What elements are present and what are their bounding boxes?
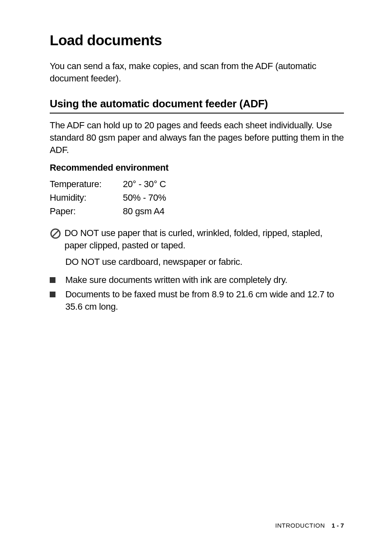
- table-row: Humidity: 50% - 70%: [50, 191, 344, 204]
- table-row: Temperature: 20° - 30° C: [50, 177, 344, 191]
- footer-page-number: 1 - 7: [332, 522, 344, 529]
- caution-text-2: DO NOT use cardboard, newspaper or fabri…: [65, 256, 344, 268]
- env-label-paper: Paper:: [50, 204, 123, 218]
- env-label-humidity: Humidity:: [50, 191, 123, 204]
- bullet-icon: [50, 277, 55, 283]
- bullet-text: Make sure documents written with ink are…: [65, 274, 344, 286]
- footer-section-label: INTRODUCTION: [275, 522, 325, 529]
- environment-table: Temperature: 20° - 30° C Humidity: 50% -…: [50, 177, 344, 218]
- list-item: Make sure documents written with ink are…: [50, 274, 344, 286]
- subsection-heading: Recommended environment: [50, 162, 344, 173]
- bullet-list: Make sure documents written with ink are…: [50, 274, 344, 313]
- section-paragraph: The ADF can hold up to 20 pages and feed…: [50, 119, 344, 156]
- bullet-icon: [50, 292, 55, 297]
- svg-line-1: [53, 231, 59, 237]
- page-footer: INTRODUCTION 1 - 7: [275, 522, 344, 529]
- intro-paragraph: You can send a fax, make copies, and sca…: [50, 60, 344, 84]
- env-label-temperature: Temperature:: [50, 177, 123, 191]
- caution-text-1: DO NOT use paper that is curled, wrinkle…: [65, 227, 344, 251]
- list-item: Documents to be faxed must be from 8.9 t…: [50, 288, 344, 313]
- bullet-text: Documents to be faxed must be from 8.9 t…: [65, 288, 344, 313]
- env-value-humidity: 50% - 70%: [123, 191, 344, 204]
- env-value-paper: 80 gsm A4: [123, 204, 344, 218]
- caution-block: DO NOT use paper that is curled, wrinkle…: [50, 227, 344, 251]
- table-row: Paper: 80 gsm A4: [50, 204, 344, 218]
- section-heading: Using the automatic document feeder (ADF…: [50, 97, 344, 114]
- page-title: Load documents: [50, 32, 344, 49]
- env-value-temperature: 20° - 30° C: [123, 177, 344, 191]
- prohibit-icon: [50, 228, 61, 241]
